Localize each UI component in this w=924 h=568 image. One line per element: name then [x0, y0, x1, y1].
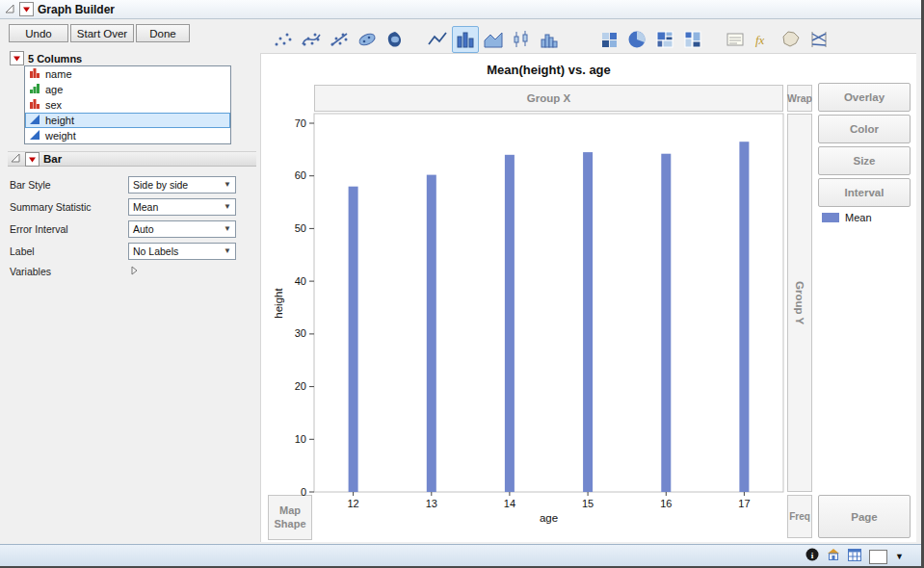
svg-text:12: 12 — [347, 498, 358, 509]
error-interval-select[interactable]: Auto▼ — [128, 220, 236, 238]
chevron-down-icon: ▼ — [224, 246, 231, 255]
line-icon[interactable] — [424, 26, 451, 53]
caption-box-icon[interactable] — [722, 26, 749, 53]
summary-statistic-select[interactable]: Mean▼ — [128, 198, 236, 216]
svg-text:13: 13 — [426, 498, 437, 509]
treemap-icon[interactable] — [651, 26, 678, 53]
status-bar: i ▼ — [0, 544, 921, 566]
bar-style-value: Side by side — [133, 179, 188, 191]
variables-expand-icon[interactable] — [128, 263, 140, 280]
bar-red-triangle-button[interactable] — [25, 152, 40, 167]
legend-mean-label: Mean — [845, 212, 872, 223]
graph-icon-group — [424, 26, 563, 53]
undo-button[interactable]: Undo — [9, 24, 68, 42]
option-row-label: LabelNo Labels▼ — [10, 240, 241, 262]
svg-text:20: 20 — [295, 380, 306, 392]
chart-title: Mean(height) vs. age — [314, 63, 783, 77]
column-item-name[interactable]: name — [25, 66, 230, 82]
columns-list[interactable]: nameagesexheightweight — [24, 65, 231, 144]
svg-text:40: 40 — [295, 275, 306, 287]
heatmap-icon[interactable] — [595, 26, 622, 53]
legend-mean-swatch — [822, 213, 839, 222]
drop-zone-page[interactable]: Page — [818, 495, 911, 538]
outline-disclosure-icon[interactable] — [10, 152, 21, 166]
display-box[interactable] — [869, 550, 887, 564]
bar-age-17[interactable] — [739, 142, 749, 492]
line-of-fit-icon[interactable] — [326, 26, 353, 53]
bar-age-13[interactable] — [427, 175, 436, 492]
ordinal-column-icon — [29, 83, 40, 96]
plot-area[interactable]: 010203040506070121314151617 — [276, 108, 796, 546]
smoother-icon[interactable] — [298, 26, 325, 53]
column-label: weight — [45, 130, 76, 142]
error-interval-value: Auto — [133, 223, 154, 235]
option-row-variables: Variables — [10, 262, 241, 281]
area-icon[interactable] — [480, 26, 507, 53]
window-title: Graph Builder — [38, 3, 115, 16]
bar-style-select[interactable]: Side by side▼ — [128, 176, 236, 194]
svg-text:70: 70 — [295, 117, 306, 129]
bar-icon[interactable] — [452, 26, 479, 53]
bar-age-15[interactable] — [583, 152, 593, 492]
column-item-weight[interactable]: weight — [25, 128, 230, 143]
graph-icon-group — [270, 26, 409, 53]
parallel-icon[interactable] — [805, 26, 832, 53]
column-item-age[interactable]: age — [25, 82, 230, 97]
graph-builder-red-triangle-button[interactable] — [19, 2, 34, 16]
chart-region: Mean(height) vs. age Group X Wrap Overla… — [260, 53, 916, 542]
contour-icon[interactable] — [382, 26, 409, 53]
chevron-down-icon: ▼ — [224, 202, 231, 211]
svg-text:14: 14 — [504, 498, 515, 509]
column-item-sex[interactable]: sex — [25, 97, 230, 113]
drop-zone-size[interactable]: Size — [818, 146, 911, 175]
chevron-down-icon: ▼ — [224, 224, 231, 233]
column-item-height[interactable]: height — [25, 113, 230, 128]
nominal-column-icon — [29, 98, 40, 112]
summary-statistic-label: Summary Statistic — [10, 201, 128, 213]
start-over-button[interactable]: Start Over — [70, 24, 134, 42]
box-plot-icon[interactable] — [508, 26, 535, 53]
bar-style-label: Bar Style — [10, 179, 128, 191]
chevron-down-icon: ▼ — [224, 180, 231, 189]
bar-age-12[interactable] — [349, 187, 358, 492]
ellipse-icon[interactable] — [354, 26, 381, 53]
svg-text:60: 60 — [295, 169, 306, 181]
column-label: sex — [45, 99, 62, 111]
histogram-icon[interactable] — [536, 26, 563, 53]
graph-icon-group: fx — [722, 26, 832, 53]
outline-disclosure-icon[interactable] — [4, 1, 15, 18]
option-row-error-interval: Error IntervalAuto▼ — [10, 218, 241, 240]
option-row-bar-style: Bar StyleSide by side▼ — [10, 173, 241, 195]
formula-icon[interactable]: fx — [750, 26, 777, 53]
x-axis-title: age — [314, 512, 783, 524]
pie-icon[interactable] — [623, 26, 650, 53]
bar-age-16[interactable] — [661, 154, 671, 492]
done-button[interactable]: Done — [136, 24, 190, 42]
variables-label: Variables — [10, 266, 128, 277]
bar-age-14[interactable] — [505, 155, 515, 492]
drop-zone-interval[interactable]: Interval — [818, 178, 911, 207]
svg-text:17: 17 — [738, 498, 750, 509]
nominal-column-icon — [29, 67, 40, 81]
svg-text:16: 16 — [660, 498, 672, 509]
mosaic-icon[interactable] — [679, 26, 706, 53]
home-window-icon[interactable] — [827, 548, 840, 565]
option-row-summary-statistic: Summary StatisticMean▼ — [10, 195, 241, 218]
map-shape-icon[interactable] — [778, 26, 805, 53]
drop-zone-overlay[interactable]: Overlay — [818, 83, 911, 112]
points-icon[interactable] — [270, 26, 297, 53]
bar-options: Bar StyleSide by side▼Summary StatisticM… — [10, 173, 241, 281]
drop-zone-color[interactable]: Color — [818, 115, 911, 143]
column-label: name — [45, 68, 72, 80]
title-bar: Graph Builder — [0, 0, 921, 19]
columns-red-triangle-button[interactable] — [10, 51, 24, 65]
svg-text:fx: fx — [755, 33, 765, 47]
bar-header-label: Bar — [43, 153, 62, 165]
svg-text:10: 10 — [295, 433, 306, 445]
info-icon[interactable]: i — [805, 548, 819, 565]
column-label: height — [45, 115, 74, 126]
bar-section-header: Bar — [8, 151, 256, 167]
dropdown-arrow-icon[interactable]: ▼ — [895, 552, 904, 561]
label-select[interactable]: No Labels▼ — [128, 243, 236, 260]
data-table-icon[interactable] — [848, 548, 861, 565]
